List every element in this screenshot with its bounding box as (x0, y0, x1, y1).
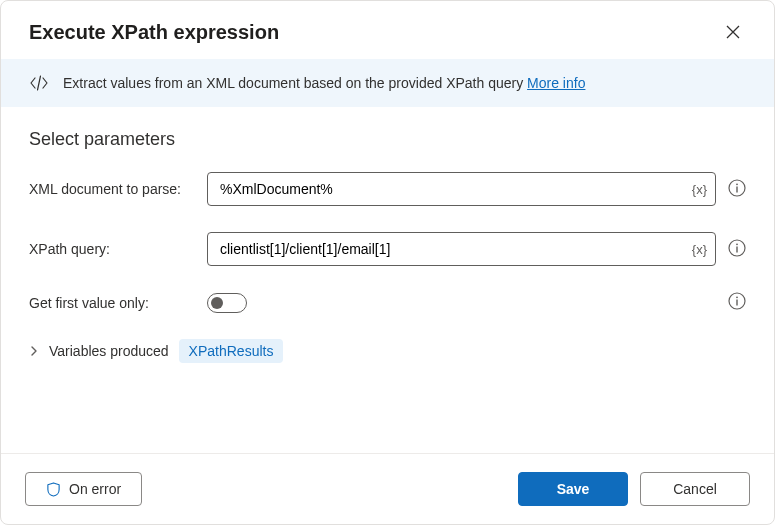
xml-document-input-wrap[interactable]: {x} (207, 172, 716, 206)
info-icon[interactable] (728, 239, 746, 260)
dialog-body: Select parameters XML document to parse:… (1, 107, 774, 453)
field-xpath-query: XPath query: {x} (29, 232, 746, 266)
variables-produced-label: Variables produced (49, 343, 169, 359)
first-value-only-label: Get first value only: (29, 295, 207, 311)
info-banner: Extract values from an XML document base… (1, 59, 774, 107)
section-title: Select parameters (29, 129, 746, 150)
variable-chip[interactable]: XPathResults (179, 339, 284, 363)
on-error-button[interactable]: On error (25, 472, 142, 506)
svg-point-7 (736, 296, 738, 298)
variable-token-button[interactable]: {x} (692, 182, 707, 197)
close-button[interactable] (720, 19, 746, 45)
shield-icon (46, 482, 61, 497)
chevron-right-icon[interactable] (29, 343, 39, 359)
svg-point-1 (736, 183, 738, 185)
xpath-query-label: XPath query: (29, 241, 207, 257)
xpath-query-input[interactable] (218, 240, 677, 258)
svg-rect-2 (736, 186, 737, 192)
xml-document-input[interactable] (218, 180, 677, 198)
save-button[interactable]: Save (518, 472, 628, 506)
more-info-link[interactable]: More info (527, 75, 585, 91)
svg-rect-8 (736, 300, 737, 306)
footer-right: Save Cancel (518, 472, 750, 506)
field-first-value-only: Get first value only: (29, 292, 746, 313)
xml-document-label: XML document to parse: (29, 181, 207, 197)
on-error-label: On error (69, 481, 121, 497)
dialog-title: Execute XPath expression (29, 21, 279, 44)
svg-rect-5 (736, 246, 737, 252)
variable-token-button[interactable]: {x} (692, 242, 707, 257)
save-label: Save (557, 481, 590, 497)
banner-description: Extract values from an XML document base… (63, 75, 523, 91)
info-icon[interactable] (728, 292, 746, 313)
variables-produced-row: Variables produced XPathResults (29, 339, 746, 363)
close-icon (726, 25, 740, 39)
cancel-label: Cancel (673, 481, 717, 497)
info-icon[interactable] (728, 179, 746, 200)
svg-point-4 (736, 243, 738, 245)
xpath-query-input-wrap[interactable]: {x} (207, 232, 716, 266)
first-value-only-toggle[interactable] (207, 293, 247, 313)
code-icon (29, 73, 49, 93)
dialog-footer: On error Save Cancel (1, 453, 774, 524)
field-xml-document: XML document to parse: {x} (29, 172, 746, 206)
toggle-knob (211, 297, 223, 309)
cancel-button[interactable]: Cancel (640, 472, 750, 506)
dialog-header: Execute XPath expression (1, 1, 774, 59)
banner-text: Extract values from an XML document base… (63, 75, 585, 91)
execute-xpath-dialog: Execute XPath expression Extract values … (0, 0, 775, 525)
